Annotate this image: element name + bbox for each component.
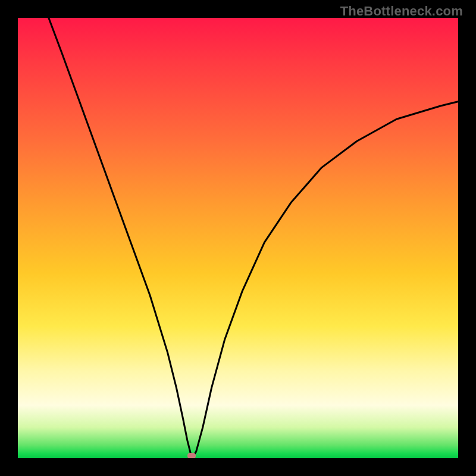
curve-svg bbox=[18, 18, 458, 458]
watermark-text: TheBottleneck.com bbox=[340, 4, 463, 19]
optimum-marker bbox=[187, 453, 196, 458]
plot-area bbox=[18, 18, 458, 458]
bottleneck-curve bbox=[49, 18, 458, 456]
chart-frame: TheBottleneck.com bbox=[0, 0, 476, 476]
